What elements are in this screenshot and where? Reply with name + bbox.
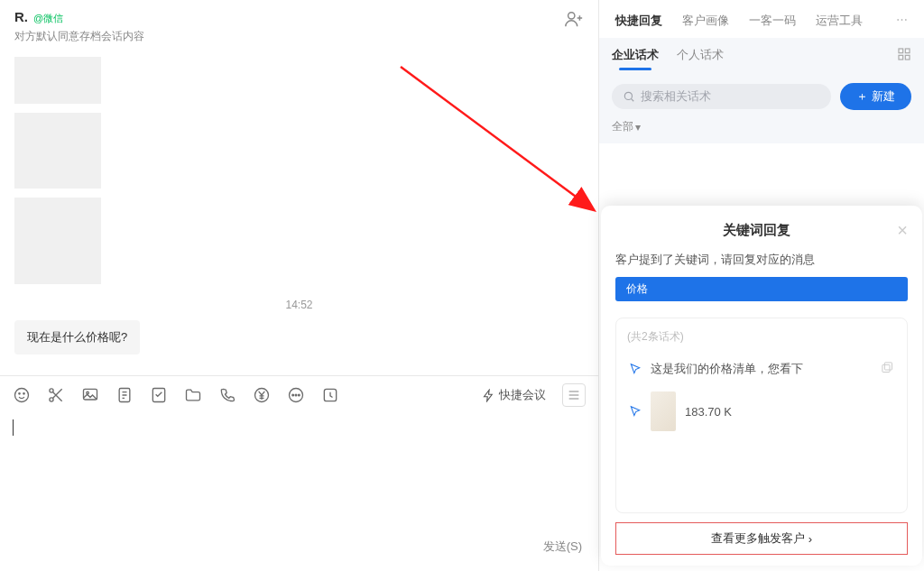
phone-icon[interactable]: [218, 386, 236, 404]
svg-point-1: [15, 389, 29, 402]
user-source-tag: @微信: [33, 12, 63, 25]
svg-rect-22: [882, 364, 890, 372]
svg-point-7: [87, 391, 89, 394]
svg-rect-19: [905, 55, 910, 60]
scissors-icon[interactable]: [47, 386, 65, 404]
chat-body: 14:52 现在是什么价格呢?: [0, 50, 598, 375]
menu-icon[interactable]: [562, 383, 586, 407]
chevron-down-icon: ▾: [635, 121, 641, 134]
popover-title: 关键词回复: [615, 222, 897, 239]
tab-customer-profile[interactable]: 客户画像: [682, 13, 729, 29]
svg-rect-21: [884, 363, 892, 370]
svg-rect-18: [899, 55, 903, 60]
send-button[interactable]: 发送(S): [543, 539, 582, 555]
yen-icon[interactable]: [253, 386, 271, 404]
script-item[interactable]: 这是我们的价格清单，您看下: [627, 354, 896, 384]
new-script-button[interactable]: ＋ 新建: [840, 83, 911, 110]
add-user-icon[interactable]: [564, 9, 584, 32]
search-placeholder: 搜索相关话术: [641, 88, 711, 105]
message-input[interactable]: [0, 414, 573, 531]
popover-subtitle: 客户提到了关键词，请回复对应的消息: [615, 252, 908, 268]
svg-rect-17: [905, 49, 910, 53]
chat-timestamp: 14:52: [14, 299, 584, 311]
image-icon[interactable]: [81, 386, 99, 404]
chevron-right-icon: ›: [808, 532, 812, 546]
svg-point-13: [295, 394, 297, 396]
svg-point-2: [19, 393, 20, 394]
emoji-icon[interactable]: [13, 386, 31, 404]
svg-rect-16: [899, 49, 903, 53]
svg-point-4: [50, 389, 53, 392]
plus-icon: ＋: [856, 88, 868, 105]
message-block: [14, 113, 101, 189]
cursor-icon: [629, 405, 642, 418]
svg-point-3: [23, 393, 24, 394]
user-name: R.: [14, 9, 28, 24]
script-count: (共2条话术): [627, 329, 896, 345]
script-item[interactable]: 183.70 K: [627, 384, 896, 438]
tab-ops-tools[interactable]: 运营工具: [816, 13, 863, 29]
more-tabs-icon[interactable]: ⋯: [896, 13, 908, 29]
keyword-chip[interactable]: 价格: [615, 277, 908, 301]
incoming-message: 现在是什么价格呢?: [14, 320, 140, 355]
svg-point-12: [292, 394, 294, 396]
folder-icon[interactable]: [184, 386, 202, 404]
quick-meeting-label: 快捷会议: [499, 387, 546, 403]
grid-icon[interactable]: [897, 47, 911, 69]
svg-point-20: [624, 92, 632, 99]
tab-quick-reply[interactable]: 快捷回复: [615, 13, 662, 29]
insert-icon[interactable]: [881, 361, 894, 377]
tab-one-code[interactable]: 一客一码: [749, 13, 796, 29]
category-dropdown[interactable]: 全部 ▾: [612, 119, 641, 134]
search-icon: [623, 90, 635, 103]
keyword-reply-popover: 关键词回复 × 客户提到了关键词，请回复对应的消息 价格 (共2条话术) 这是我…: [601, 206, 922, 566]
quick-meeting-button[interactable]: 快捷会议: [482, 387, 546, 403]
side-tabs: 快捷回复 客户画像 一客一码 运营工具 ⋯: [599, 0, 924, 38]
subtab-enterprise[interactable]: 企业话术: [612, 47, 659, 69]
chat-header: R. @微信 对方默认同意存档会话内容: [0, 0, 598, 50]
svg-point-5: [50, 398, 53, 401]
more-icon[interactable]: [287, 386, 305, 404]
svg-point-14: [299, 394, 300, 396]
search-input[interactable]: 搜索相关话术: [612, 84, 831, 109]
message-block: [14, 57, 101, 104]
view-more-button[interactable]: 查看更多触发客户 ›: [615, 522, 908, 555]
task-icon[interactable]: [150, 386, 168, 404]
consent-notice: 对方默认同意存档会话内容: [14, 29, 144, 44]
cursor-icon: [629, 363, 642, 375]
svg-point-0: [568, 13, 575, 19]
message-block: [14, 198, 101, 284]
subtab-personal[interactable]: 个人话术: [677, 47, 724, 69]
file-thumbnail: [651, 391, 676, 431]
close-icon[interactable]: ×: [897, 220, 908, 241]
clock-icon[interactable]: [321, 386, 339, 404]
form-icon[interactable]: [116, 386, 134, 404]
